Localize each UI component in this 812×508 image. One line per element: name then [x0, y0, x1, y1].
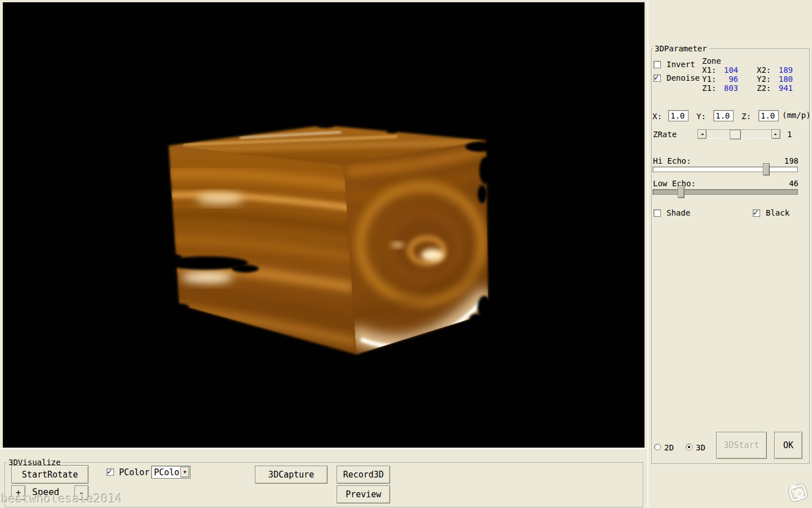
scale-x-label: X:	[652, 112, 662, 121]
hi-echo-label: Hi Echo:	[653, 156, 691, 165]
zrate-thumb[interactable]	[730, 130, 741, 139]
mode-2d-label: 2D	[664, 443, 674, 452]
pcolor-label: PColor	[119, 467, 149, 478]
mode-3d-label: 3D	[696, 443, 705, 452]
denoise-label: Denoise	[667, 73, 700, 82]
invert-checkbox[interactable]	[654, 61, 661, 68]
scroll-right-icon: ►	[775, 132, 778, 137]
app-window: 3DParameter Invert ✓ Denoise Zone X1: 10…	[0, 0, 812, 508]
speed-plus-button[interactable]: +	[11, 485, 25, 500]
zrate-left-arrow-button[interactable]: ◄	[698, 129, 707, 139]
zrate-track[interactable]	[707, 129, 771, 139]
zone-y1-label: Y1:	[702, 75, 716, 84]
zrate-right-arrow-button[interactable]: ►	[771, 129, 780, 139]
hi-echo-slider[interactable]	[652, 167, 798, 172]
zone-z1-value: 803	[719, 84, 738, 93]
chevron-down-icon: ▼	[184, 470, 187, 475]
check-icon: ✓	[654, 73, 659, 82]
scroll-left-icon: ◄	[701, 132, 704, 137]
zone-x2-value: 189	[774, 65, 793, 75]
speed-label: Speed	[32, 487, 59, 497]
scale-x-input[interactable]	[668, 110, 689, 121]
zone-x2-label: X2:	[757, 65, 771, 75]
zone-z2-value: 941	[774, 84, 793, 93]
shade-label: Shade	[667, 208, 690, 217]
visualize-panel: 3DVisualize StartRotate ✓ PColor PColor …	[0, 448, 647, 508]
low-echo-slider[interactable]	[652, 189, 798, 195]
preview-button[interactable]: Preview	[337, 485, 390, 503]
zrate-value: 1	[787, 130, 792, 139]
denoise-checkbox[interactable]: ✓	[654, 75, 661, 82]
low-echo-thumb[interactable]	[678, 186, 685, 198]
scale-z-input[interactable]	[758, 110, 779, 121]
zrate-label: ZRate	[653, 130, 677, 139]
scale-z-label: Z:	[742, 112, 751, 121]
scale-y-label: Y:	[696, 112, 706, 121]
zone-title: Zone	[702, 56, 721, 65]
ultrasound-volume	[3, 2, 645, 448]
record3d-button[interactable]: Record3D	[337, 466, 390, 484]
zone-x1-value: 104	[719, 65, 738, 75]
zone-x1-label: X1:	[702, 65, 716, 75]
render-viewport[interactable]	[3, 2, 645, 448]
speed-minus-button[interactable]: -	[74, 485, 89, 500]
scale-y-input[interactable]	[713, 110, 734, 121]
hi-echo-thumb[interactable]	[763, 163, 770, 176]
start-rotate-button[interactable]: StartRotate	[11, 465, 89, 484]
zone-y1-value: 96	[719, 75, 738, 84]
mode-3d-radio[interactable]	[686, 444, 692, 450]
start3d-button[interactable]: 3DStart	[716, 432, 767, 459]
scale-unit-label: (mm/p)	[782, 111, 811, 120]
ok-button[interactable]: OK	[774, 432, 802, 459]
zone-z1-label: Z1:	[702, 84, 716, 93]
zone-z2-label: Z2:	[757, 84, 771, 93]
check-icon: ✓	[753, 208, 758, 217]
pcolor-checkbox[interactable]: ✓	[107, 468, 114, 476]
zrate-scrollbar: ◄ ►	[698, 129, 780, 139]
black-label: Black	[766, 208, 789, 217]
zone-y2-value: 180	[774, 75, 793, 84]
parameter-panel: 3DParameter Invert ✓ Denoise Zone X1: 10…	[647, 0, 812, 508]
invert-label: Invert	[667, 60, 695, 69]
zone-y2-label: Y2:	[757, 75, 771, 84]
capture3d-button[interactable]: 3DCapture	[255, 466, 328, 484]
hi-echo-value: 198	[778, 156, 798, 165]
low-echo-value: 46	[778, 179, 798, 188]
low-echo-label: Low Echo:	[653, 179, 696, 188]
black-checkbox[interactable]: ✓	[753, 209, 760, 217]
pcolor-dropdown[interactable]: PColor ▼	[151, 466, 191, 479]
parameter-group-title: 3DParameter	[653, 45, 709, 52]
mode-2d-radio[interactable]	[654, 444, 661, 450]
check-icon: ✓	[107, 467, 112, 476]
shade-checkbox[interactable]	[654, 209, 661, 217]
dropdown-arrow-button[interactable]: ▼	[180, 467, 189, 478]
